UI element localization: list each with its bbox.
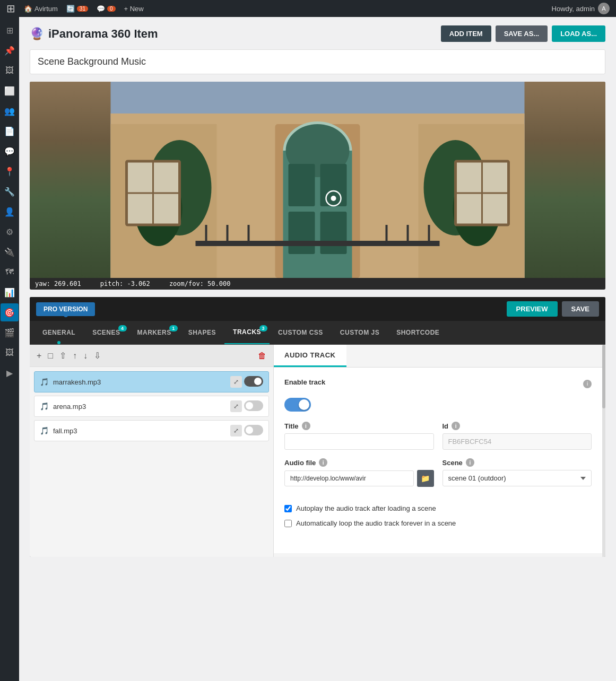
tab-general[interactable]: GENERAL <box>34 321 84 344</box>
track-edit-button[interactable]: ⤢ <box>230 400 242 412</box>
move-up-button[interactable]: ↑ <box>71 350 79 362</box>
tabs-nav: GENERAL SCENES 4 MARKERS 1 SHAPES TRACKS… <box>30 321 605 345</box>
sidebar-icon-map[interactable]: 🗺 <box>1 263 19 281</box>
svg-rect-22 <box>196 241 440 246</box>
track-name: arena.mp3 <box>53 403 226 411</box>
preview-button[interactable]: PREVIEW <box>507 301 558 317</box>
enable-track-toggle-wrap <box>284 398 592 413</box>
sidebar-icon-groups[interactable]: 👥 <box>1 102 19 120</box>
track-item[interactable]: 🎵 arena.mp3 ⤢ <box>34 396 269 417</box>
sidebar-icon-pin[interactable]: 📌 <box>1 41 19 59</box>
music-icon: 🎵 <box>40 426 49 435</box>
preview-canvas <box>30 82 605 278</box>
editor-save-button[interactable]: SAVE <box>562 301 599 317</box>
scene-select[interactable]: scene 01 (outdoor) scene 02 (indoor) sce… <box>443 470 592 486</box>
track-item[interactable]: 🎵 fall.mp3 ⤢ <box>34 420 269 441</box>
audio-file-info-icon: i <box>319 458 327 467</box>
home-icon: 🏠 <box>24 5 32 13</box>
sidebar-icon-settings[interactable]: ⚙ <box>1 223 19 241</box>
howdy-text: Howdy, admin <box>552 5 595 13</box>
scrollbar[interactable] <box>602 345 605 557</box>
track-list-toolbar: + □ ⇧ ↑ ↓ ⇩ 🗑 <box>30 345 273 367</box>
svg-rect-11 <box>320 212 347 254</box>
id-group: Id i <box>443 422 592 450</box>
move-top-button[interactable]: ⇧ <box>58 349 68 362</box>
pitch-value: pitch: -3.062 <box>100 280 150 287</box>
editor-toolbar-right: PREVIEW SAVE <box>507 301 599 317</box>
scrollbar-thumb[interactable] <box>602 345 605 408</box>
id-info-icon: i <box>452 422 460 430</box>
browse-audio-button[interactable]: 📁 <box>417 470 434 487</box>
audio-file-input[interactable] <box>284 470 414 486</box>
enable-track-toggle[interactable] <box>284 398 311 412</box>
loop-checkbox[interactable] <box>284 520 292 527</box>
sidebar-icon-location[interactable]: 📍 <box>1 162 19 180</box>
title-input[interactable] <box>284 433 434 450</box>
scene-info-icon: i <box>466 458 474 467</box>
detail-tab-bar: AUDIO TRACK <box>274 345 602 368</box>
sidebar-icon-gallery[interactable]: 🖼 <box>1 344 19 362</box>
tab-custom-css[interactable]: CUSTOM CSS <box>270 321 332 344</box>
move-bottom-button[interactable]: ⇩ <box>92 349 102 362</box>
header-buttons: ADD ITEM SAVE AS... LOAD AS... <box>441 25 605 42</box>
delete-track-button[interactable]: 🗑 <box>256 350 268 362</box>
page-title-wrap: 🔮 iPanorama 360 Item <box>30 27 158 41</box>
sidebar-icon-comments[interactable]: 💬 <box>1 142 19 160</box>
tab-shortcode[interactable]: SHORTCODE <box>388 321 448 344</box>
track-toggle[interactable] <box>244 376 263 387</box>
track-actions: ⤢ <box>230 400 263 412</box>
sidebar-icon-users[interactable]: 👤 <box>1 203 19 221</box>
loop-label: Automatically loop the audio track forev… <box>296 519 456 528</box>
comments-item[interactable]: 💬 0 <box>97 5 116 13</box>
load-as-button[interactable]: LOAD AS... <box>552 25 605 42</box>
preview-info: yaw: 269.601 pitch: -3.062 zoom/fov: 50.… <box>30 278 605 290</box>
tab-shapes[interactable]: SHAPES <box>180 321 224 344</box>
move-down-button[interactable]: ↓ <box>82 350 89 362</box>
title-label: Title i <box>284 422 434 430</box>
duplicate-track-button[interactable]: □ <box>46 350 55 362</box>
enable-track-row: Enable track i <box>284 378 592 389</box>
tab-markers[interactable]: MARKERS 1 <box>129 321 180 344</box>
save-as-button[interactable]: SAVE AS... <box>496 25 548 42</box>
id-label: Id i <box>443 422 592 430</box>
svg-point-30 <box>331 196 336 201</box>
pro-version-badge[interactable]: PRO VERSION <box>36 302 95 316</box>
sidebar-icon-plugins[interactable]: 🔌 <box>1 243 19 261</box>
detail-body: Enable track i <box>274 368 602 553</box>
sidebar-icon-panorama[interactable]: 🎯 <box>1 303 19 321</box>
updates-item[interactable]: 🔄 31 <box>66 5 88 13</box>
sidebar-icon-tools[interactable]: 🔧 <box>1 182 19 200</box>
audio-track-detail: AUDIO TRACK Enable track i <box>274 345 602 557</box>
scenes-badge: 4 <box>118 325 127 331</box>
user-menu[interactable]: Howdy, admin A <box>552 3 610 14</box>
site-name[interactable]: 🏠 Avirtum <box>24 5 58 13</box>
scene-name-input[interactable] <box>30 49 605 74</box>
track-toggle[interactable] <box>244 425 263 435</box>
tracks-badge: 3 <box>259 325 268 331</box>
tab-tracks[interactable]: TRACKS 3 <box>224 321 270 344</box>
id-input[interactable] <box>443 433 592 450</box>
sidebar-icon-video[interactable]: 🎬 <box>1 324 19 342</box>
tab-scenes[interactable]: SCENES 4 <box>84 321 128 344</box>
track-toggle[interactable] <box>244 400 263 411</box>
audio-track-tab[interactable]: AUDIO TRACK <box>274 345 346 367</box>
sidebar-icon-analytics[interactable]: 📊 <box>1 283 19 301</box>
scene-label: Scene i <box>443 458 592 467</box>
sidebar-icon-dashboard[interactable]: ⊞ <box>1 21 19 39</box>
sidebar-icon-media[interactable]: 🖼 <box>1 62 19 80</box>
add-item-button[interactable]: ADD ITEM <box>441 25 491 42</box>
track-edit-button[interactable]: ⤢ <box>230 376 242 388</box>
track-edit-button[interactable]: ⤢ <box>230 425 242 436</box>
sidebar-icon-forms[interactable]: ⬜ <box>1 82 19 100</box>
sidebar-icon-play[interactable]: ▶ <box>1 364 19 382</box>
track-name: fall.mp3 <box>53 427 226 435</box>
track-item[interactable]: 🎵 marrakesh.mp3 ⤢ <box>34 371 269 392</box>
sidebar-icon-pages[interactable]: 📄 <box>1 122 19 140</box>
svg-rect-10 <box>289 212 315 254</box>
add-track-button[interactable]: + <box>35 350 43 362</box>
tab-custom-js[interactable]: CUSTOM JS <box>332 321 388 344</box>
autoplay-checkbox[interactable] <box>284 505 292 512</box>
new-item[interactable]: + New <box>124 5 144 13</box>
track-name: marrakesh.mp3 <box>53 378 226 386</box>
autoplay-row: Autoplay the audio track after loading a… <box>284 504 592 513</box>
